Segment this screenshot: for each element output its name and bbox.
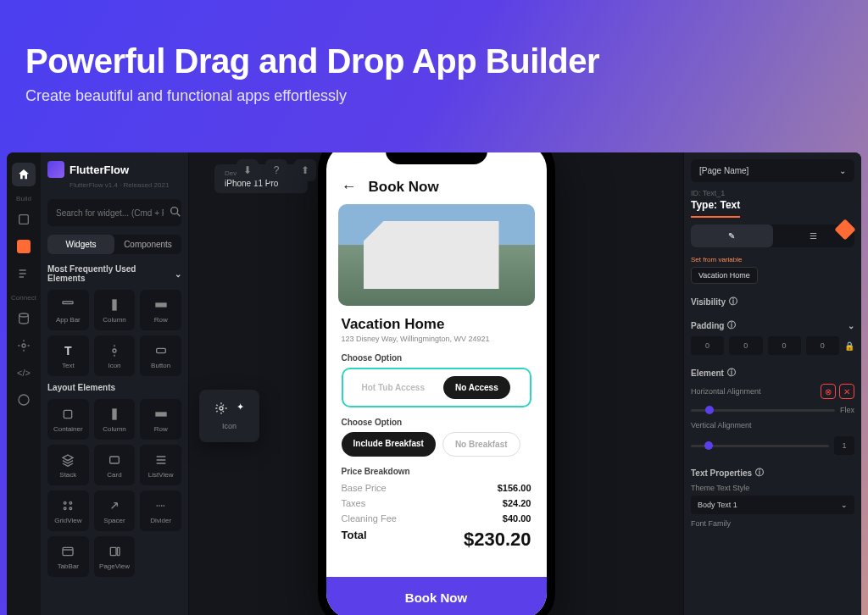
export-icon[interactable]: ⬇ <box>236 159 259 181</box>
cube-icon[interactable] <box>12 235 36 258</box>
delete-icon[interactable]: ⊗ <box>821 384 836 399</box>
widget-icon <box>153 498 169 513</box>
lock-icon[interactable]: 🔒 <box>844 341 854 351</box>
phone-body: Vacation Home 123 Disney Way, Willingmin… <box>326 306 547 577</box>
price-row: Base Price$156.00 <box>342 483 531 493</box>
book-now-button[interactable]: Book Now <box>326 577 547 615</box>
text-props-header[interactable]: Text Properties ⓘ <box>691 467 854 479</box>
phone-screen: ← Book Now Vacation Home 123 Disney Way,… <box>326 152 547 615</box>
widget-label: Card <box>107 471 121 479</box>
listing-image <box>338 204 535 306</box>
option-no-breakfast[interactable]: No Breakfast <box>442 432 520 457</box>
widget-search[interactable] <box>47 199 181 226</box>
help-icon[interactable]: ? <box>265 159 287 181</box>
nav-rail: Build Connect </> <box>7 152 41 615</box>
layers-icon[interactable] <box>12 208 36 231</box>
widget-column[interactable]: Column <box>94 399 136 440</box>
svg-rect-16 <box>156 414 166 415</box>
tab-widgets[interactable]: Widgets <box>47 235 114 254</box>
widget-icon[interactable]: Icon <box>94 335 136 376</box>
floating-widget-card[interactable]: ✦ Icon <box>199 390 259 442</box>
info-icon: ⓘ <box>755 467 764 479</box>
widget-row[interactable]: Row <box>140 290 181 330</box>
widget-card[interactable]: Card <box>94 445 136 485</box>
widget-icon <box>153 452 169 468</box>
svg-rect-13 <box>113 409 114 419</box>
svg-point-20 <box>64 507 67 510</box>
widget-icon <box>60 452 75 468</box>
brand-version: FlutterFlow v1.4 · Released 2021 <box>70 181 181 189</box>
flex-value[interactable]: 1 <box>834 436 854 455</box>
style-tab-icon[interactable]: ✎ <box>691 224 773 247</box>
code-icon[interactable]: </> <box>12 361 36 385</box>
theme-style-select[interactable]: Body Text 1⌄ <box>691 496 854 514</box>
svg-rect-12 <box>64 410 72 418</box>
widget-label: Row <box>154 425 168 433</box>
svg-point-2 <box>22 344 25 347</box>
widget-label: App Bar <box>56 316 81 324</box>
widget-pageview[interactable]: PageView <box>94 536 136 577</box>
svg-rect-15 <box>156 413 166 413</box>
svg-rect-24 <box>117 547 120 555</box>
home-icon[interactable] <box>12 163 36 186</box>
chevron-down-icon: ⌄ <box>841 501 848 509</box>
widget-stack[interactable]: Stack <box>47 445 89 485</box>
rail-label-connect: Connect <box>11 294 36 302</box>
element-id: ID: Text_1 <box>691 189 854 197</box>
widget-gridview[interactable]: GridView <box>47 490 89 531</box>
padding-header[interactable]: Padding ⓘ⌄ <box>691 319 854 331</box>
v-align-slider[interactable] <box>691 445 829 447</box>
visibility-header[interactable]: Visibility ⓘ <box>691 296 854 308</box>
svg-rect-0 <box>19 215 29 224</box>
database-icon[interactable] <box>12 307 36 330</box>
clear-icon[interactable]: ✕ <box>839 384 854 399</box>
frequent-grid: App BarColumnRowTTextIconButton <box>47 290 181 376</box>
pad-left[interactable]: 0 <box>691 336 724 355</box>
option-breakfast[interactable]: Include Breakfast <box>342 432 436 457</box>
svg-rect-9 <box>156 305 166 306</box>
info-icon: ⓘ <box>729 296 737 308</box>
widget-button[interactable]: Button <box>140 335 181 376</box>
widget-label: Row <box>154 316 168 324</box>
pad-bottom[interactable]: 0 <box>806 336 839 355</box>
tree-icon[interactable] <box>12 262 36 285</box>
text-value-chip[interactable]: Vacation Home <box>691 267 758 284</box>
section-layout: Layout Elements <box>47 383 181 392</box>
flex-label: Flex <box>840 406 854 414</box>
option-hot-tub[interactable]: Hot Tub Access <box>350 376 437 399</box>
widget-column[interactable]: Column <box>94 290 136 330</box>
widget-label: Button <box>151 362 170 369</box>
widget-spacer[interactable]: Spacer <box>94 490 136 531</box>
widget-text[interactable]: TText <box>47 335 89 376</box>
widget-label: TabBar <box>58 562 79 570</box>
hero-title: Powerful Drag and Drop App Builder <box>25 42 843 80</box>
tab-components[interactable]: Components <box>114 235 181 254</box>
upload-icon[interactable]: ⬆ <box>294 159 316 181</box>
chevron-down-icon: ⌄ <box>848 321 854 330</box>
page-name-selector[interactable]: [Page Name] ⌄ <box>691 159 854 182</box>
pad-top[interactable]: 0 <box>729 336 762 355</box>
pad-right[interactable]: 0 <box>768 336 801 355</box>
widget-icon <box>107 297 122 313</box>
hero-section: Powerful Drag and Drop App Builder Creat… <box>0 0 868 122</box>
widget-icon <box>153 407 169 422</box>
widget-listview[interactable]: ListView <box>140 445 181 485</box>
section-frequent[interactable]: Most Frequently Used Elements ⌄ <box>47 264 181 283</box>
chevron-down-icon: ⌄ <box>175 269 181 279</box>
h-align-slider[interactable] <box>691 409 835 412</box>
back-arrow-icon[interactable]: ← <box>342 178 357 196</box>
canvas[interactable]: Device iPhone 11 Pro ⬇ ? ⬆ </> 🐞 Run ▸ P… <box>189 152 683 615</box>
sparkle-icon: ✦ <box>236 402 244 417</box>
more-icon[interactable] <box>12 388 36 412</box>
search-input[interactable] <box>56 208 164 218</box>
widget-row[interactable]: Row <box>140 399 181 440</box>
widget-tabbar[interactable]: TabBar <box>47 536 89 577</box>
settings-icon[interactable] <box>12 334 36 357</box>
widget-app-bar[interactable]: App Bar <box>47 290 89 330</box>
widget-divider[interactable]: Divider <box>140 490 181 531</box>
info-icon: ⓘ <box>727 319 736 331</box>
brand: FlutterFlow <box>47 161 181 178</box>
svg-point-19 <box>70 501 72 504</box>
option-no-access[interactable]: No Access <box>443 376 510 399</box>
widget-container[interactable]: Container <box>47 399 89 440</box>
